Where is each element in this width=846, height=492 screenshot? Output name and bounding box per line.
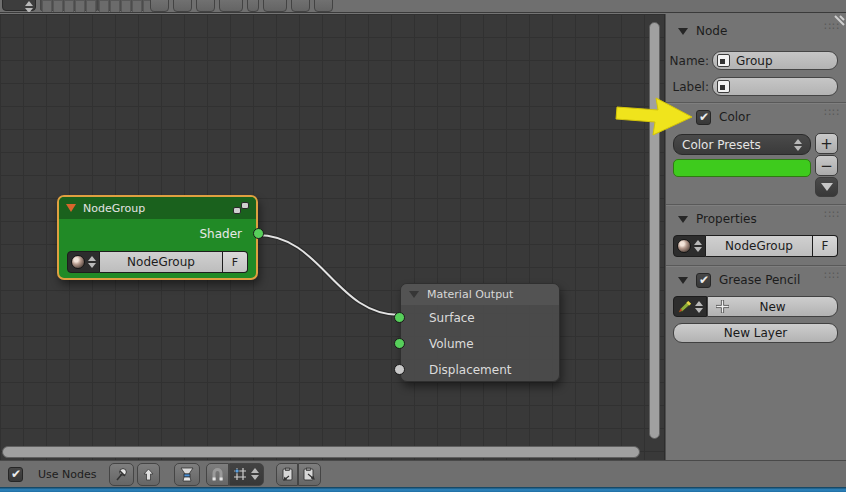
node-label-input[interactable] [712, 77, 838, 96]
panel-grip-icon[interactable]: ∷∷ [824, 109, 840, 125]
color-swatch[interactable] [673, 159, 811, 177]
grease-pencil-checkbox[interactable] [696, 273, 711, 288]
id-stepper[interactable] [694, 301, 703, 313]
shader-output-socket[interactable] [253, 228, 264, 239]
copy-button[interactable] [276, 463, 298, 486]
collapse-arrow-icon[interactable] [678, 114, 688, 121]
panel-title: Properties [696, 212, 757, 226]
magnet-icon [211, 467, 224, 481]
chevron-updown-icon [250, 468, 259, 480]
volume-input-socket[interactable] [394, 338, 405, 349]
surface-input-socket[interactable] [394, 312, 405, 323]
preset-add-button[interactable]: + [815, 133, 838, 154]
panel-color-header[interactable]: Color ∷∷ [678, 109, 840, 125]
nodegroup-node[interactable]: NodeGroup Shader NodeGroup F [57, 195, 258, 280]
panel-grip-icon[interactable]: ∷∷ [824, 23, 840, 39]
node-name-value: Group [736, 54, 773, 68]
group-id-field[interactable]: NodeGroup [706, 235, 813, 257]
displacement-input-socket[interactable] [394, 364, 405, 375]
node-editor-canvas[interactable]: NodeGroup Shader NodeGroup F Material Ou… [0, 14, 665, 460]
background-icon[interactable] [173, 0, 192, 12]
node-name-input[interactable]: Group [712, 51, 838, 70]
panel-grip-icon[interactable]: ∷∷ [824, 272, 840, 288]
snap-element-dropdown[interactable] [229, 463, 264, 486]
material-node-button[interactable] [174, 463, 200, 486]
preset-specials-button[interactable] [815, 177, 838, 197]
dropdown-value: Color Presets [682, 138, 761, 152]
material-sphere-icon [677, 239, 691, 253]
material-sphere-icon [71, 255, 85, 269]
gp-new-button[interactable]: New [707, 296, 838, 317]
panel-node-header[interactable]: Node ∷∷ [678, 23, 840, 39]
render-icon[interactable] [196, 0, 215, 12]
output-label: Shader [199, 227, 242, 241]
collapse-arrow-icon[interactable] [678, 277, 688, 284]
header-dropdown[interactable] [2, 0, 36, 11]
layer-grid-icon[interactable] [97, 0, 155, 11]
layer-grid-icon[interactable] [40, 0, 98, 11]
snap-icon[interactable] [263, 0, 287, 12]
preset-remove-button[interactable]: − [815, 155, 838, 176]
material-id-browse[interactable] [67, 251, 100, 273]
chevron-down-icon[interactable] [247, 0, 259, 12]
material-output-node[interactable]: Material Output Surface Volume Displacem… [400, 283, 560, 382]
id-stepper[interactable] [87, 256, 96, 268]
id-stepper[interactable] [693, 240, 702, 252]
chevron-down-icon [821, 183, 833, 191]
parent-up-button[interactable] [137, 463, 160, 486]
material-node-icon [179, 467, 195, 482]
material-output-header[interactable]: Material Output [401, 284, 559, 305]
input-label: Volume [429, 337, 474, 351]
label-label: Label: [666, 80, 709, 94]
panel-grease-pencil-header[interactable]: Grease Pencil ∷∷ [678, 272, 840, 288]
snap-toggle-button[interactable] [206, 463, 229, 486]
vertical-scrollbar[interactable] [649, 22, 660, 439]
view-axis-icon[interactable] [219, 0, 243, 12]
paste-icon [302, 467, 316, 481]
collapse-arrow-icon[interactable] [66, 204, 76, 212]
blender-node-editor: NodeGroup Shader NodeGroup F Material Ou… [0, 0, 846, 492]
nodegroup-name-field[interactable]: NodeGroup [100, 251, 223, 273]
panel-title: Color [719, 110, 750, 124]
collapse-arrow-icon[interactable] [678, 28, 688, 35]
node-insert-icon[interactable] [150, 0, 169, 12]
input-label: Displacement [429, 363, 512, 377]
fake-user-button[interactable]: F [813, 235, 838, 257]
use-nodes-label: Use Nodes [38, 468, 97, 481]
group-id-browse[interactable] [673, 235, 706, 257]
collapse-arrow-icon[interactable] [678, 216, 688, 223]
top-header-bar [0, 0, 846, 13]
input-label: Surface [429, 311, 475, 325]
name-label: Name: [666, 54, 709, 68]
color-enable-checkbox[interactable] [696, 110, 711, 125]
paste-button[interactable] [298, 463, 321, 486]
nodegroup-header[interactable]: NodeGroup [59, 197, 256, 219]
plus-icon [716, 300, 729, 313]
node-title: Material Output [427, 288, 513, 301]
horizontal-scrollbar[interactable] [2, 446, 640, 458]
pin-icon [114, 467, 129, 482]
parent-up-icon [142, 468, 155, 481]
pin-button[interactable] [109, 463, 134, 486]
snap-grid-icon [233, 467, 247, 481]
pencil-icon [677, 299, 692, 314]
node-title: NodeGroup [83, 202, 233, 215]
node-id-icon [717, 80, 730, 93]
use-nodes-checkbox[interactable] [8, 467, 23, 482]
panel-grip-icon[interactable]: ∷∷ [824, 211, 840, 227]
copy-icon [280, 467, 294, 481]
panel-title: Node [696, 24, 727, 38]
clipboard-icon[interactable] [314, 0, 333, 12]
new-layer-button[interactable]: New Layer [673, 323, 838, 343]
gp-id-browse[interactable] [673, 296, 707, 317]
gp-new-label: New [759, 300, 785, 314]
panel-title: Grease Pencil [719, 273, 800, 287]
collapse-arrow-icon[interactable] [409, 291, 419, 298]
camera-icon[interactable] [291, 0, 310, 12]
fake-user-button[interactable]: F [223, 251, 248, 273]
chevron-updown-icon [793, 139, 802, 151]
color-presets-dropdown[interactable]: Color Presets [673, 134, 811, 155]
node-editor-header: Use Nodes [0, 460, 846, 487]
properties-sidebar: Node ∷∷ Name: Group Label: Color ∷∷ Colo… [665, 14, 846, 460]
panel-properties-header[interactable]: Properties ∷∷ [678, 211, 840, 227]
